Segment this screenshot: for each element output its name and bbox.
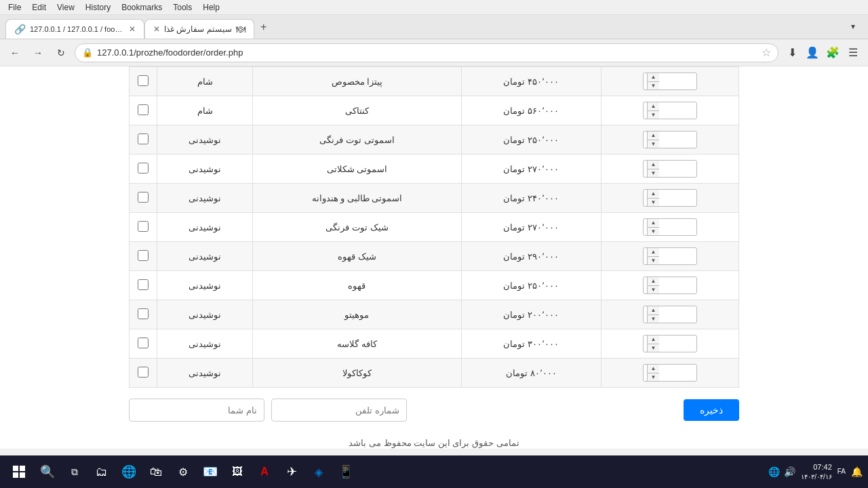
menu-edit[interactable]: Edit [26, 1, 52, 14]
name-input[interactable] [129, 399, 264, 422]
qty-down-4[interactable]: ▼ [648, 199, 659, 207]
qty-up-6[interactable]: ▲ [648, 248, 659, 257]
downloads-button[interactable]: ⬇ [783, 43, 802, 62]
new-tab-button[interactable]: + [254, 18, 273, 37]
quantity-cell: ▲ ▼ [601, 155, 738, 184]
back-button[interactable]: ← [5, 43, 24, 62]
quantity-spinbox-2[interactable]: ▲ ▼ [643, 131, 697, 148]
menu-bar: File Edit View History Bookmarks Tools H… [0, 0, 868, 15]
qty-up-8[interactable]: ▲ [648, 306, 659, 315]
quantity-spinbox-10[interactable]: ▲ ▼ [643, 364, 697, 382]
row-checkbox-9[interactable] [138, 338, 149, 348]
qty-arrows-9: ▲ ▼ [647, 336, 659, 352]
quantity-input-9[interactable] [659, 336, 696, 352]
qty-down-0[interactable]: ▼ [648, 82, 659, 90]
quantity-spinbox-1[interactable]: ▲ ▼ [643, 102, 697, 119]
table-row: ▲ ▼ ۲۹۰٬۰۰۰ تومانشیک قهوهنوشیدنی [130, 242, 739, 271]
price-cell: ۲۴۰٬۰۰۰ تومان [461, 184, 601, 213]
quantity-cell: ▲ ▼ [601, 359, 738, 388]
quantity-input-8[interactable] [659, 306, 696, 323]
category-cell: نوشیدنی [157, 329, 253, 359]
row-checkbox-10[interactable] [138, 367, 149, 378]
qty-up-4[interactable]: ▲ [648, 190, 659, 199]
save-button[interactable]: ذخیره [684, 399, 739, 421]
qty-up-7[interactable]: ▲ [648, 277, 659, 286]
menu-tools[interactable]: Tools [167, 1, 197, 14]
quantity-input-6[interactable] [659, 248, 696, 264]
qty-arrows-0: ▲ ▼ [647, 73, 659, 89]
row-checkbox-3[interactable] [138, 163, 149, 174]
qty-up-9[interactable]: ▲ [648, 336, 659, 344]
tab-2[interactable]: 🍽 سیستم سفارش غذا ✕ [144, 19, 254, 39]
quantity-input-2[interactable] [659, 131, 696, 148]
row-checkbox-4[interactable] [138, 192, 149, 203]
row-checkbox-5[interactable] [138, 221, 149, 232]
qty-arrows-8: ▲ ▼ [647, 306, 659, 323]
tab-1-close[interactable]: ✕ [129, 24, 136, 34]
price-cell: ۵۶۰٬۰۰۰ تومان [461, 96, 601, 125]
qty-down-7[interactable]: ▼ [648, 286, 659, 294]
table-row: ▲ ▼ ۲۵۰٬۰۰۰ توماناسموتی توت فرنگینوشیدنی [130, 125, 739, 155]
quantity-cell: ▲ ▼ [601, 213, 738, 242]
quantity-input-4[interactable] [659, 190, 696, 206]
table-row: ▲ ▼ ۲۷۰٬۰۰۰ توماناسموتی شکلاتینوشیدنی [130, 155, 739, 184]
qty-down-3[interactable]: ▼ [648, 169, 659, 178]
row-checkbox-7[interactable] [138, 279, 149, 290]
price-cell: ۸۰٬۰۰۰ تومان [461, 359, 601, 388]
qty-down-9[interactable]: ▼ [648, 344, 659, 352]
qty-up-10[interactable]: ▲ [648, 365, 659, 373]
qty-down-10[interactable]: ▼ [648, 373, 659, 382]
quantity-input-0[interactable] [659, 73, 696, 89]
qty-down-2[interactable]: ▼ [648, 140, 659, 148]
quantity-cell: ▲ ▼ [601, 67, 738, 96]
quantity-spinbox-4[interactable]: ▲ ▼ [643, 189, 697, 207]
phone-input[interactable] [271, 399, 407, 422]
menu-file[interactable]: File [3, 1, 26, 14]
quantity-input-10[interactable] [659, 365, 696, 381]
quantity-spinbox-9[interactable]: ▲ ▼ [643, 335, 697, 352]
address-box[interactable]: 🔒 127.0.0.1/prozhe/foodorder/order.php ☆ [75, 43, 778, 62]
qty-down-6[interactable]: ▼ [648, 257, 659, 265]
menu-view[interactable]: View [52, 1, 80, 14]
quantity-spinbox-3[interactable]: ▲ ▼ [643, 160, 697, 178]
account-button[interactable]: 👤 [803, 43, 822, 62]
extensions-button[interactable]: 🧩 [823, 43, 842, 62]
qty-up-3[interactable]: ▲ [648, 161, 659, 169]
row-checkbox-2[interactable] [138, 134, 149, 144]
row-checkbox-0[interactable] [138, 75, 149, 86]
qty-down-1[interactable]: ▼ [648, 111, 659, 119]
quantity-input-7[interactable] [659, 277, 696, 293]
forward-button[interactable]: → [28, 43, 47, 62]
qty-up-5[interactable]: ▲ [648, 219, 659, 228]
qty-up-0[interactable]: ▲ [648, 73, 659, 82]
quantity-spinbox-5[interactable]: ▲ ▼ [643, 218, 697, 236]
row-checkbox-6[interactable] [138, 250, 149, 261]
menu-help[interactable]: Help [197, 1, 225, 14]
bookmark-star-icon[interactable]: ☆ [762, 46, 771, 59]
qty-down-5[interactable]: ▼ [648, 228, 659, 236]
quantity-input-3[interactable] [659, 161, 696, 177]
tab-bar: 🔗 127.0.0.1 / 127.0.0.1 / foodorde... ✕ … [0, 15, 868, 39]
qty-down-8[interactable]: ▼ [648, 315, 659, 323]
quantity-spinbox-0[interactable]: ▲ ▼ [643, 73, 697, 90]
menu-bookmarks[interactable]: Bookmarks [116, 1, 167, 14]
qty-up-1[interactable]: ▲ [648, 102, 659, 111]
tab-2-close[interactable]: ✕ [153, 24, 160, 34]
menu-history[interactable]: History [80, 1, 116, 14]
menu-button[interactable]: ☰ [844, 43, 863, 62]
tab-list-button[interactable]: ▾ [844, 17, 863, 36]
row-checkbox-1[interactable] [138, 104, 149, 115]
quantity-spinbox-6[interactable]: ▲ ▼ [643, 247, 697, 265]
tab-1[interactable]: 🔗 127.0.0.1 / 127.0.0.1 / foodorde... ✕ [5, 19, 144, 39]
row-checkbox-8[interactable] [138, 308, 149, 319]
quantity-cell: ▲ ▼ [601, 96, 738, 125]
quantity-spinbox-7[interactable]: ▲ ▼ [643, 277, 697, 294]
qty-up-2[interactable]: ▲ [648, 131, 659, 140]
qty-arrows-5: ▲ ▼ [647, 219, 659, 235]
quantity-spinbox-8[interactable]: ▲ ▼ [643, 306, 697, 323]
reload-button[interactable]: ↻ [52, 43, 71, 62]
quantity-input-1[interactable] [659, 102, 696, 119]
quantity-input-5[interactable] [659, 219, 696, 235]
quantity-cell: ▲ ▼ [601, 242, 738, 271]
category-cell: نوشیدنی [157, 184, 253, 213]
